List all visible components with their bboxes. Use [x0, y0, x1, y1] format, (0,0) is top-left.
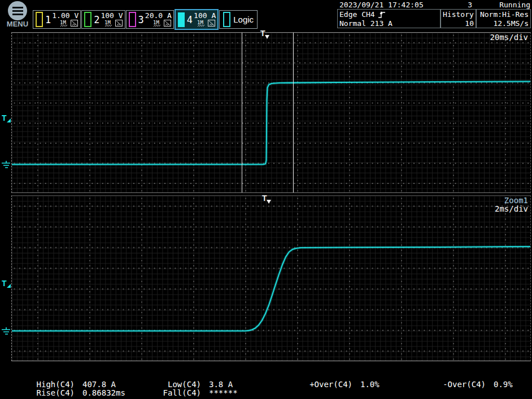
ch4-trace-main	[12, 33, 530, 192]
measurement-col-2: Low(C4) Fall(C4) 3.8 A ******	[151, 380, 238, 397]
measurement-label: Rise(C4)	[37, 389, 75, 397]
channel-3-color-bracket	[129, 12, 136, 27]
measurement-col-3: +Over(C4) 1.0%	[294, 380, 380, 389]
measurement-label: -Over(C4)	[443, 380, 486, 389]
channel-3-box[interactable]: 3 20.0 A 1M	[126, 10, 174, 29]
channel-2-box[interactable]: 2 100 V 1M	[81, 10, 125, 29]
channel-4-color-bracket	[178, 12, 185, 27]
probe-icon	[208, 20, 216, 27]
impedance-1m-icon: 1M	[104, 20, 114, 27]
channel-2-color-bracket	[84, 12, 91, 27]
zoom-timebase-label: 2ms/div	[495, 205, 528, 213]
zoom-window-label: Zoom1	[495, 196, 528, 205]
measurement-value: ******	[209, 389, 238, 397]
probe-icon	[115, 20, 123, 27]
svg-text:1M: 1M	[104, 20, 111, 25]
svg-text:1M: 1M	[197, 20, 203, 25]
probe-icon	[164, 20, 172, 27]
main-timebase-label: 20ms/div	[490, 33, 528, 42]
measurement-value: 0.9%	[494, 380, 513, 389]
impedance-1m-icon: 1M	[153, 20, 163, 27]
svg-text:1M: 1M	[153, 20, 159, 25]
ground-level-marker-main	[1, 161, 11, 169]
channel-1-number: 1	[45, 14, 51, 25]
measurement-label: Fall(C4)	[163, 389, 201, 397]
menu-button[interactable]: MENU	[5, 1, 30, 28]
svg-text:T: T	[2, 279, 7, 288]
measurement-value: 1.0%	[360, 380, 380, 389]
measurement-label: High(C4)	[37, 380, 75, 389]
trigger-mode: Normal 213 A	[339, 19, 438, 28]
trigger-level-marker-main[interactable]: T	[2, 114, 11, 124]
main-waveform-window: 20ms/div	[11, 32, 531, 193]
measurement-label: +Over(C4)	[309, 380, 352, 389]
trigger-position-marker-main[interactable]: T	[260, 30, 272, 40]
trigger-info-box[interactable]: Edge CH4 Normal 213 A	[337, 9, 441, 28]
measurement-value: 407.8 A	[82, 380, 116, 389]
datetime: 2023/09/21 17:42:05	[339, 1, 424, 9]
impedance-1m-icon: 1M	[60, 20, 69, 27]
channel-4-box[interactable]: 4 100 A 1M	[175, 9, 219, 30]
trigger-level-marker-zoom[interactable]: T	[2, 279, 11, 289]
channel-2-scale: 100 V	[101, 12, 123, 19]
zoom-waveform-window: Zoom1 2ms/div	[11, 195, 531, 361]
measurement-col-1: High(C4) Rise(C4) 407.8 A 0.86832ms	[23, 380, 125, 397]
channel-1-scale: 1.00 V	[52, 12, 79, 19]
channel-4-number: 4	[187, 14, 193, 25]
history-label: History	[443, 10, 474, 19]
channel-3-scale: 20.0 A	[145, 12, 172, 19]
ch4-trace-zoom	[12, 196, 530, 361]
channel-3-number: 3	[138, 14, 144, 25]
history-value: 10	[443, 19, 474, 28]
channel-2-number: 2	[94, 14, 99, 25]
measurement-label: Low(C4)	[168, 380, 201, 389]
history-box[interactable]: History 10	[441, 9, 476, 28]
measurement-col-4: -Over(C4) 0.9%	[427, 380, 513, 389]
probe-icon	[71, 20, 79, 27]
measurement-value: 3.8 A	[209, 380, 233, 389]
sample-rate: 12.5MS/s	[478, 19, 529, 28]
record-mode-box[interactable]: Norm:Hi-Res 12.5MS/s	[476, 9, 531, 28]
impedance-1m-icon: 1M	[197, 20, 207, 27]
channel-strip: 1 1.00 V 1M 2 100 V 1M	[33, 10, 258, 29]
logic-button[interactable]: Logic	[219, 10, 258, 29]
zoom-region-cursor-left[interactable]	[242, 33, 242, 192]
channel-4-scale: 100 A	[194, 12, 216, 19]
channel-1-color-bracket	[36, 12, 43, 27]
logic-label: Logic	[233, 15, 254, 24]
measurement-value: 0.86832ms	[82, 389, 125, 397]
channel-1-box[interactable]: 1 1.00 V 1M	[33, 10, 81, 29]
run-status: Running	[483, 1, 530, 9]
trigger-type: Edge CH4	[339, 10, 375, 19]
rising-edge-icon	[378, 11, 386, 19]
logic-color-bracket	[223, 12, 230, 27]
record-mode: Norm:Hi-Res	[478, 10, 529, 19]
menu-label: MENU	[5, 20, 30, 28]
ground-level-marker-zoom	[1, 327, 11, 336]
trigger-position-marker-zoom[interactable]: T	[262, 195, 273, 205]
oscilloscope-screen: MENU 1 1.00 V 1M 2 100 V 1M	[0, 0, 532, 399]
svg-text:1M: 1M	[60, 20, 66, 25]
hamburger-icon	[8, 1, 27, 20]
zoom-region-cursor-right[interactable]	[293, 33, 294, 192]
svg-text:T: T	[2, 114, 7, 122]
acquisition-count: 3	[435, 1, 472, 9]
